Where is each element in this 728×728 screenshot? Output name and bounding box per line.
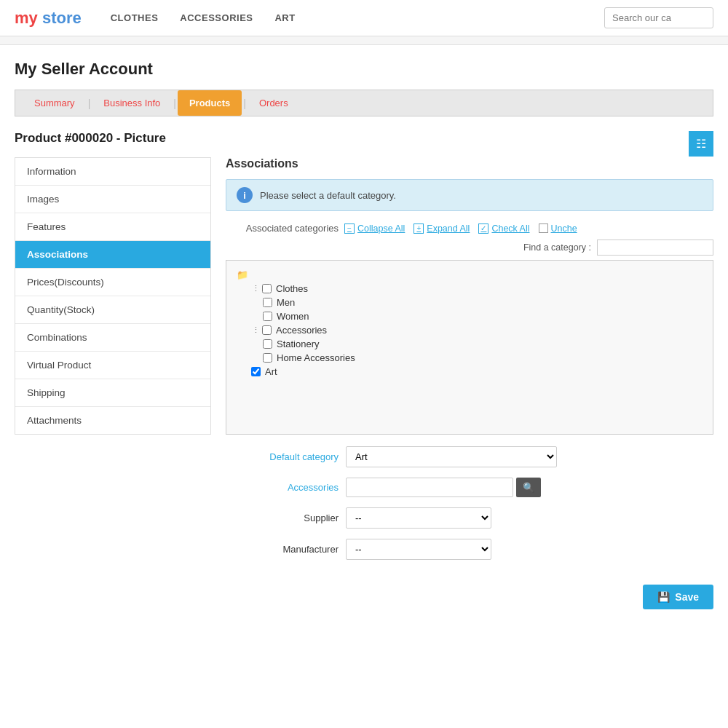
associations-title: Associations [226,157,713,170]
page-title: My Seller Account [15,60,713,79]
sidebar-item-attachments[interactable]: Attachments [15,407,210,434]
accessories-tree-label: Accessories [276,325,327,336]
save-button[interactable]: 💾 Save [643,585,713,609]
default-category-label: Default category [226,451,339,462]
check-all-button[interactable]: ✓ Check All [478,223,529,234]
folder-icon: 📁 [237,269,248,280]
default-category-row: Default category Art [226,446,713,467]
search-input[interactable] [604,7,713,28]
find-cat-label: Find a category : [523,242,591,253]
sidebar-item-quantity[interactable]: Quantity(Stock) [15,296,210,324]
sidebar-item-shipping[interactable]: Shipping [15,379,210,407]
accessories-toggle[interactable]: ⋮ [251,325,260,335]
main-nav: CLOTHES ACCESSORIES ART [111,12,604,23]
tab-products[interactable]: Products [178,90,242,116]
sidebar-item-images[interactable]: Images [15,186,210,213]
tree-item-women: Women [263,309,703,323]
accessories-row: Accessories 🔍 [226,478,713,497]
form-section: Default category Art Accessories 🔍 Suppl… [226,446,713,560]
tab-sep-2: | [172,98,178,109]
nav-item-clothes[interactable]: CLOTHES [111,12,159,23]
logo[interactable]: my store [15,9,82,28]
check-all-label: Check All [491,223,529,234]
tree-item-art: Art [251,365,703,379]
sidebar-item-features[interactable]: Features [15,213,210,241]
expand-all-button[interactable]: + Expand All [414,223,470,234]
tree-item-accessories: ⋮ Accessories [251,323,703,337]
nav-item-accessories[interactable]: ACCESSORIES [180,12,253,23]
tab-sep-3: | [242,98,248,109]
sidebar-item-associations[interactable]: Associations [15,241,210,269]
supplier-row: Supplier -- [226,507,713,529]
product-heading: Product #000020 - Picture [15,131,166,146]
cat-buttons: − Collapse All + Expand All ✓ Check All … [344,223,577,234]
tree-root: 📁 [237,268,703,282]
women-label: Women [277,311,309,322]
tree-item-home-accessories: Home Accessories [263,351,703,365]
tab-summary[interactable]: Summary [23,90,87,116]
men-label: Men [277,297,295,308]
header: my store CLOTHES ACCESSORIES ART [0,0,728,36]
categories-label: Associated categories [226,223,339,234]
sidebar-item-combinations[interactable]: Combinations [15,324,210,352]
accessories-checkbox[interactable] [262,325,272,335]
accessories-label: Accessories [226,482,339,493]
main-layout: Information Images Features Associations… [15,157,713,570]
info-notice-text: Please select a default category. [260,190,396,201]
default-category-select[interactable]: Art [346,446,557,467]
uncheck-button[interactable]: Unche [539,223,577,234]
clothes-label: Clothes [276,283,308,294]
logo-store: store [42,9,82,27]
categories-row: Associated categories − Collapse All + E… [226,223,713,234]
sidebar-item-information[interactable]: Information [15,158,210,186]
expand-icon: + [414,223,424,234]
art-checkbox[interactable] [251,367,261,376]
tree-item-stationery: Stationery [263,337,703,351]
info-notice: i Please select a default category. [226,179,713,211]
clothes-toggle[interactable]: ⋮ [251,284,260,293]
accessories-wrap: 🔍 [346,478,541,497]
find-category-row: Find a category : [226,240,713,256]
men-checkbox[interactable] [263,298,272,307]
collapse-all-button[interactable]: − Collapse All [344,223,405,234]
supplier-select[interactable]: -- [346,507,491,529]
stationery-checkbox[interactable] [263,339,272,349]
save-area: 💾 Save [15,570,713,624]
sidebar: Information Images Features Associations… [15,157,211,435]
nav-item-art[interactable]: ART [274,12,295,23]
expand-all-label: Expand All [427,223,470,234]
home-accessories-checkbox[interactable] [263,353,272,363]
logo-my: my [15,9,38,27]
sidebar-item-virtual-product[interactable]: Virtual Product [15,352,210,379]
product-heading-wrap: Product #000020 - Picture ☷ [15,131,713,157]
manufacturer-row: Manufacturer -- [226,539,713,560]
clothes-checkbox[interactable] [262,284,272,293]
uncheck-box-icon [539,223,548,233]
home-accessories-label: Home Accessories [277,352,355,363]
check-icon: ✓ [478,223,488,234]
tab-sep-1: | [87,98,92,109]
collapse-all-label: Collapse All [357,223,405,234]
sub-header [0,36,728,45]
tree-item-men: Men [263,296,703,309]
category-tree[interactable]: 📁 ⋮ Clothes Men Women ⋮ [226,260,713,435]
right-panel: Associations i Please select a default c… [211,157,713,570]
art-label: Art [265,366,277,377]
find-category-input[interactable] [597,240,713,256]
tabs-bar: Summary | Business Info | Products | Ord… [15,90,713,116]
uncheck-label: Unche [551,223,577,234]
tab-business-info[interactable]: Business Info [92,90,172,116]
accessories-search-button[interactable]: 🔍 [516,478,541,497]
tree-item-clothes: ⋮ Clothes [251,282,703,296]
women-checkbox[interactable] [263,312,272,321]
accessories-input[interactable] [346,478,513,497]
page-content: My Seller Account Summary | Business Inf… [0,45,728,624]
sidebar-item-prices[interactable]: Prices(Discounts) [15,269,210,296]
manufacturer-label: Manufacturer [226,544,339,555]
info-icon: i [237,187,253,203]
save-label: Save [675,591,699,603]
tab-orders[interactable]: Orders [248,90,300,116]
grid-view-icon[interactable]: ☷ [689,131,713,157]
manufacturer-select[interactable]: -- [346,539,491,560]
stationery-label: Stationery [277,339,320,349]
